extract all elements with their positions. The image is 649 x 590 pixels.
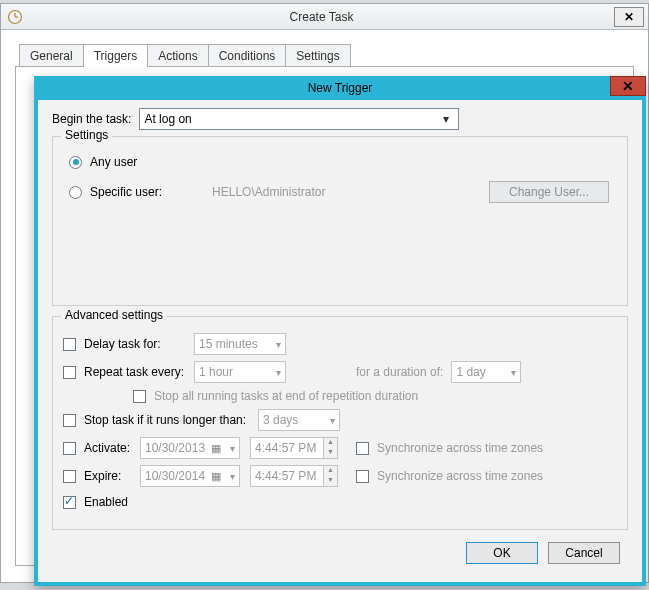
enabled-label: Enabled xyxy=(84,495,128,509)
new-trigger-dialog: New Trigger ✕ Begin the task: At log on … xyxy=(34,76,646,586)
specific-user-value: HELLO\Administrator xyxy=(212,185,422,199)
dialog-close-button[interactable]: ✕ xyxy=(610,76,646,96)
calendar-icon: ▦ xyxy=(208,470,222,483)
chevron-down-icon: ▾ xyxy=(230,443,235,454)
expire-label: Expire: xyxy=(84,469,140,483)
tab-settings[interactable]: Settings xyxy=(285,44,350,67)
advanced-group: Advanced settings Delay task for: 15 min… xyxy=(52,316,628,530)
stop-if-combo[interactable]: 3 days▾ xyxy=(258,409,340,431)
activate-date-picker[interactable]: 10/30/2013 ▦ ▾ xyxy=(140,437,240,459)
settings-legend: Settings xyxy=(61,128,112,142)
tab-triggers[interactable]: Triggers xyxy=(83,44,149,67)
title-bar: Create Task ✕ xyxy=(1,4,648,30)
enabled-checkbox[interactable] xyxy=(63,496,76,509)
tab-general[interactable]: General xyxy=(19,44,84,67)
duration-label: for a duration of: xyxy=(356,365,443,379)
expire-date-picker[interactable]: 10/30/2014 ▦ ▾ xyxy=(140,465,240,487)
chevron-down-icon: ▾ xyxy=(276,367,281,378)
chevron-down-icon: ▾ xyxy=(511,367,516,378)
activate-checkbox[interactable] xyxy=(63,442,76,455)
specific-user-radio[interactable] xyxy=(69,186,82,199)
chevron-down-icon: ▾ xyxy=(438,112,454,126)
calendar-icon: ▦ xyxy=(208,442,222,455)
chevron-down-icon: ▾ xyxy=(230,471,235,482)
clock-icon xyxy=(7,9,23,25)
repeat-label: Repeat task every: xyxy=(84,365,194,379)
activate-time-spinner[interactable]: ▲▼ xyxy=(324,437,338,459)
change-user-button[interactable]: Change User... xyxy=(489,181,609,203)
dialog-button-row: OK Cancel xyxy=(52,542,628,564)
activate-time-field[interactable]: 4:44:57 PM xyxy=(250,437,324,459)
advanced-legend: Advanced settings xyxy=(61,308,167,322)
delay-combo[interactable]: 15 minutes▾ xyxy=(194,333,286,355)
window-title: Create Task xyxy=(29,10,614,24)
begin-task-value: At log on xyxy=(144,112,191,126)
expire-sync-checkbox[interactable] xyxy=(356,470,369,483)
dialog-body: Begin the task: At log on ▾ Settings Any… xyxy=(38,100,642,574)
chevron-down-icon: ▾ xyxy=(330,415,335,426)
delay-label: Delay task for: xyxy=(84,337,194,351)
repeat-combo[interactable]: 1 hour▾ xyxy=(194,361,286,383)
activate-sync-label: Synchronize across time zones xyxy=(377,441,543,455)
duration-combo[interactable]: 1 day▾ xyxy=(451,361,521,383)
expire-checkbox[interactable] xyxy=(63,470,76,483)
tab-actions[interactable]: Actions xyxy=(147,44,208,67)
ok-button[interactable]: OK xyxy=(466,542,538,564)
repeat-checkbox[interactable] xyxy=(63,366,76,379)
tab-strip: General Triggers Actions Conditions Sett… xyxy=(19,44,648,67)
activate-label: Activate: xyxy=(84,441,140,455)
any-user-radio[interactable] xyxy=(69,156,82,169)
close-button[interactable]: ✕ xyxy=(614,7,644,27)
expire-time-field[interactable]: 4:44:57 PM xyxy=(250,465,324,487)
activate-sync-checkbox[interactable] xyxy=(356,442,369,455)
begin-task-select[interactable]: At log on ▾ xyxy=(139,108,459,130)
expire-time-spinner[interactable]: ▲▼ xyxy=(324,465,338,487)
dialog-title: New Trigger xyxy=(308,81,373,95)
dialog-title-bar: New Trigger ✕ xyxy=(34,76,646,100)
stop-if-checkbox[interactable] xyxy=(63,414,76,427)
stop-all-label: Stop all running tasks at end of repetit… xyxy=(154,389,418,403)
delay-checkbox[interactable] xyxy=(63,338,76,351)
expire-sync-label: Synchronize across time zones xyxy=(377,469,543,483)
any-user-label: Any user xyxy=(90,155,137,169)
stop-all-checkbox[interactable] xyxy=(133,390,146,403)
cancel-button[interactable]: Cancel xyxy=(548,542,620,564)
stop-if-label: Stop task if it runs longer than: xyxy=(84,413,258,427)
settings-group: Settings Any user Specific user: HELLO\A… xyxy=(52,136,628,306)
tab-conditions[interactable]: Conditions xyxy=(208,44,287,67)
specific-user-label: Specific user: xyxy=(90,185,162,199)
chevron-down-icon: ▾ xyxy=(276,339,281,350)
begin-task-label: Begin the task: xyxy=(52,112,131,126)
